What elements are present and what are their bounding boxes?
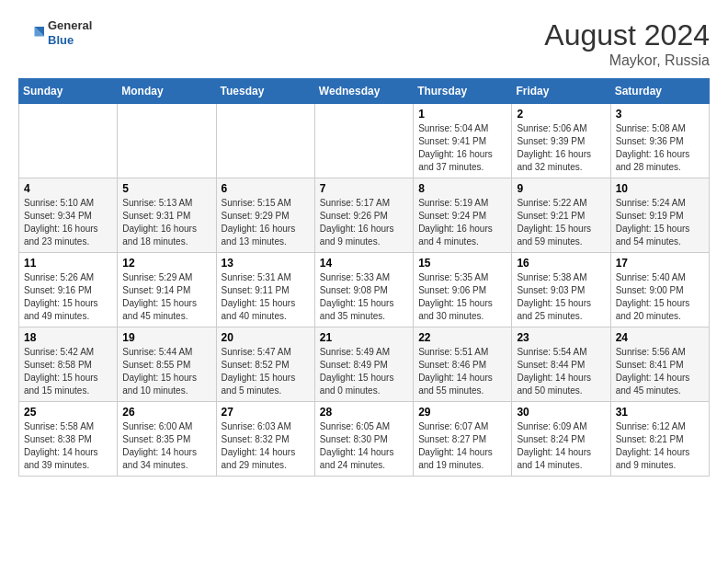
calendar-cell-2-4: 15Sunrise: 5:35 AM Sunset: 9:06 PM Dayli… xyxy=(414,253,512,327)
cell-info: Sunrise: 5:33 AM Sunset: 9:08 PM Dayligh… xyxy=(320,271,408,323)
calendar-cell-1-4: 8Sunrise: 5:19 AM Sunset: 9:24 PM Daylig… xyxy=(414,178,512,253)
weekday-header-tuesday: Tuesday xyxy=(216,79,314,104)
cell-info: Sunrise: 5:15 AM Sunset: 9:29 PM Dayligh… xyxy=(222,197,310,248)
location-subtitle: Maykor, Russia xyxy=(544,52,710,69)
day-number: 21 xyxy=(320,331,408,344)
cell-info: Sunrise: 5:24 AM Sunset: 9:19 PM Dayligh… xyxy=(616,197,704,248)
cell-info: Sunrise: 5:40 AM Sunset: 9:00 PM Dayligh… xyxy=(616,271,704,323)
cell-info: Sunrise: 5:06 AM Sunset: 9:39 PM Dayligh… xyxy=(517,122,605,174)
cell-info: Sunrise: 5:13 AM Sunset: 9:31 PM Dayligh… xyxy=(122,197,210,248)
cell-info: Sunrise: 5:04 AM Sunset: 9:41 PM Dayligh… xyxy=(418,122,506,174)
cell-info: Sunrise: 6:03 AM Sunset: 8:32 PM Dayligh… xyxy=(222,420,310,472)
day-number: 6 xyxy=(222,182,310,195)
calendar-cell-1-6: 10Sunrise: 5:24 AM Sunset: 9:19 PM Dayli… xyxy=(610,178,709,253)
weekday-header-friday: Friday xyxy=(512,79,610,104)
calendar-cell-3-1: 19Sunrise: 5:44 AM Sunset: 8:55 PM Dayli… xyxy=(118,327,216,402)
cell-info: Sunrise: 6:00 AM Sunset: 8:35 PM Dayligh… xyxy=(122,420,210,472)
cell-info: Sunrise: 5:54 AM Sunset: 8:44 PM Dayligh… xyxy=(517,346,605,397)
calendar-cell-3-2: 20Sunrise: 5:47 AM Sunset: 8:52 PM Dayli… xyxy=(216,327,314,402)
day-number: 23 xyxy=(517,331,605,344)
cell-info: Sunrise: 6:09 AM Sunset: 8:24 PM Dayligh… xyxy=(517,420,605,472)
logo-icon xyxy=(18,20,44,46)
day-number: 29 xyxy=(418,406,506,419)
calendar-cell-0-3 xyxy=(314,104,413,178)
calendar-cell-4-1: 26Sunrise: 6:00 AM Sunset: 8:35 PM Dayli… xyxy=(118,402,216,477)
cell-info: Sunrise: 5:51 AM Sunset: 8:46 PM Dayligh… xyxy=(418,346,506,397)
calendar-cell-1-2: 6Sunrise: 5:15 AM Sunset: 9:29 PM Daylig… xyxy=(216,178,314,253)
calendar-cell-2-2: 13Sunrise: 5:31 AM Sunset: 9:11 PM Dayli… xyxy=(216,253,314,327)
cell-info: Sunrise: 5:42 AM Sunset: 8:58 PM Dayligh… xyxy=(24,346,112,397)
calendar-week-2: 11Sunrise: 5:26 AM Sunset: 9:16 PM Dayli… xyxy=(19,253,710,327)
calendar-cell-1-0: 4Sunrise: 5:10 AM Sunset: 9:34 PM Daylig… xyxy=(19,178,118,253)
cell-info: Sunrise: 5:31 AM Sunset: 9:11 PM Dayligh… xyxy=(222,271,310,323)
day-number: 13 xyxy=(222,257,310,270)
cell-info: Sunrise: 5:19 AM Sunset: 9:24 PM Dayligh… xyxy=(418,197,506,248)
logo: General Blue xyxy=(18,18,92,47)
weekday-header-row: SundayMondayTuesdayWednesdayThursdayFrid… xyxy=(19,79,710,104)
calendar-cell-4-2: 27Sunrise: 6:03 AM Sunset: 8:32 PM Dayli… xyxy=(216,402,314,477)
day-number: 14 xyxy=(320,257,408,270)
weekday-header-monday: Monday xyxy=(118,79,216,104)
day-number: 27 xyxy=(222,406,310,419)
day-number: 28 xyxy=(320,406,408,419)
calendar-cell-2-0: 11Sunrise: 5:26 AM Sunset: 9:16 PM Dayli… xyxy=(19,253,118,327)
logo-text: General Blue xyxy=(48,18,92,47)
day-number: 26 xyxy=(122,406,210,419)
day-number: 4 xyxy=(24,182,112,195)
day-number: 3 xyxy=(616,108,704,121)
cell-info: Sunrise: 6:05 AM Sunset: 8:30 PM Dayligh… xyxy=(320,420,408,472)
day-number: 9 xyxy=(517,182,605,195)
calendar-cell-0-0 xyxy=(19,104,118,178)
day-number: 22 xyxy=(418,331,506,344)
cell-info: Sunrise: 6:07 AM Sunset: 8:27 PM Dayligh… xyxy=(418,420,506,472)
cell-info: Sunrise: 5:08 AM Sunset: 9:36 PM Dayligh… xyxy=(616,122,704,174)
calendar-cell-2-6: 17Sunrise: 5:40 AM Sunset: 9:00 PM Dayli… xyxy=(610,253,709,327)
day-number: 16 xyxy=(517,257,605,270)
calendar-week-4: 25Sunrise: 5:58 AM Sunset: 8:38 PM Dayli… xyxy=(19,402,710,477)
day-number: 31 xyxy=(616,406,704,419)
calendar-cell-4-4: 29Sunrise: 6:07 AM Sunset: 8:27 PM Dayli… xyxy=(414,402,512,477)
calendar-cell-3-4: 22Sunrise: 5:51 AM Sunset: 8:46 PM Dayli… xyxy=(414,327,512,402)
day-number: 5 xyxy=(122,182,210,195)
day-number: 30 xyxy=(517,406,605,419)
calendar-cell-4-5: 30Sunrise: 6:09 AM Sunset: 8:24 PM Dayli… xyxy=(512,402,610,477)
calendar-cell-0-5: 2Sunrise: 5:06 AM Sunset: 9:39 PM Daylig… xyxy=(512,104,610,178)
day-number: 18 xyxy=(24,331,112,344)
calendar-cell-2-1: 12Sunrise: 5:29 AM Sunset: 9:14 PM Dayli… xyxy=(118,253,216,327)
calendar-cell-1-1: 5Sunrise: 5:13 AM Sunset: 9:31 PM Daylig… xyxy=(118,178,216,253)
calendar-cell-0-2 xyxy=(216,104,314,178)
calendar-cell-2-3: 14Sunrise: 5:33 AM Sunset: 9:08 PM Dayli… xyxy=(314,253,413,327)
cell-info: Sunrise: 5:29 AM Sunset: 9:14 PM Dayligh… xyxy=(122,271,210,323)
calendar-cell-0-4: 1Sunrise: 5:04 AM Sunset: 9:41 PM Daylig… xyxy=(414,104,512,178)
day-number: 25 xyxy=(24,406,112,419)
calendar-table: SundayMondayTuesdayWednesdayThursdayFrid… xyxy=(18,78,710,477)
cell-info: Sunrise: 5:17 AM Sunset: 9:26 PM Dayligh… xyxy=(320,197,408,248)
day-number: 19 xyxy=(122,331,210,344)
calendar-cell-4-6: 31Sunrise: 6:12 AM Sunset: 8:21 PM Dayli… xyxy=(610,402,709,477)
calendar-cell-0-6: 3Sunrise: 5:08 AM Sunset: 9:36 PM Daylig… xyxy=(610,104,709,178)
calendar-cell-4-3: 28Sunrise: 6:05 AM Sunset: 8:30 PM Dayli… xyxy=(314,402,413,477)
day-number: 20 xyxy=(222,331,310,344)
day-number: 11 xyxy=(24,257,112,270)
calendar-cell-3-3: 21Sunrise: 5:49 AM Sunset: 8:49 PM Dayli… xyxy=(314,327,413,402)
cell-info: Sunrise: 5:47 AM Sunset: 8:52 PM Dayligh… xyxy=(222,346,310,397)
logo-general: General xyxy=(48,18,92,33)
day-number: 12 xyxy=(122,257,210,270)
calendar-cell-3-5: 23Sunrise: 5:54 AM Sunset: 8:44 PM Dayli… xyxy=(512,327,610,402)
cell-info: Sunrise: 5:56 AM Sunset: 8:41 PM Dayligh… xyxy=(616,346,704,397)
weekday-header-sunday: Sunday xyxy=(19,79,118,104)
day-number: 7 xyxy=(320,182,408,195)
cell-info: Sunrise: 5:22 AM Sunset: 9:21 PM Dayligh… xyxy=(517,197,605,248)
weekday-header-saturday: Saturday xyxy=(610,79,709,104)
calendar-week-0: 1Sunrise: 5:04 AM Sunset: 9:41 PM Daylig… xyxy=(19,104,710,178)
cell-info: Sunrise: 5:26 AM Sunset: 9:16 PM Dayligh… xyxy=(24,271,112,323)
cell-info: Sunrise: 5:35 AM Sunset: 9:06 PM Dayligh… xyxy=(418,271,506,323)
day-number: 24 xyxy=(616,331,704,344)
logo-blue: Blue xyxy=(48,33,92,48)
title-block: August 2024 Maykor, Russia xyxy=(544,18,710,69)
cell-info: Sunrise: 5:38 AM Sunset: 9:03 PM Dayligh… xyxy=(517,271,605,323)
month-year-title: August 2024 xyxy=(544,18,710,52)
day-number: 10 xyxy=(616,182,704,195)
day-number: 1 xyxy=(418,108,506,121)
weekday-header-wednesday: Wednesday xyxy=(314,79,413,104)
